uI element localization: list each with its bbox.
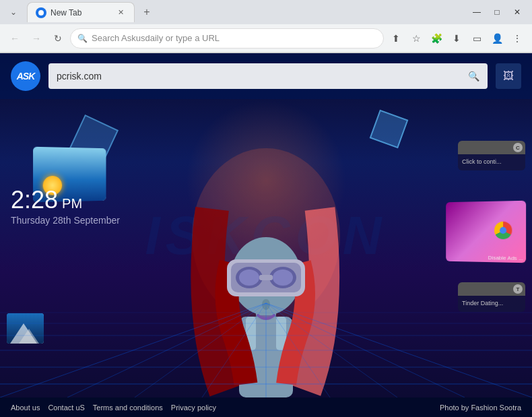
maximize-button[interactable]: □ <box>488 3 506 22</box>
footer-links: About us Contact uS Terms and conditions… <box>11 404 216 412</box>
browser-chrome: ⌄ New Tab ✕ + — □ ✕ ← → ↻ 🔍 Search Askus… <box>0 0 532 53</box>
ask-image-button[interactable]: 🖼 <box>496 63 521 89</box>
new-tab-button[interactable]: + <box>137 3 156 22</box>
nav-icons: ⬆ ☆ 🧩 ⬇ ▭ 👤 ⋮ <box>387 29 527 48</box>
tab-favicon <box>36 7 46 18</box>
menu-icon[interactable]: ⋮ <box>508 29 527 48</box>
ask-bar: ASK pcrisk.com 🔍 🖼 <box>0 53 532 99</box>
tab-label: New Tab <box>51 8 111 18</box>
address-bar[interactable]: 🔍 Search Askusdaily or type a URL <box>70 28 384 49</box>
tab-close-button[interactable]: ✕ <box>115 7 126 18</box>
photo-credit: Photo by Fashion Sootra <box>440 404 521 412</box>
contact-us-link[interactable]: Contact uS <box>48 404 84 412</box>
address-text: Search Askusdaily or type a URL <box>92 33 372 43</box>
panel-circle-t: T <box>513 284 523 294</box>
diamond-shape-right <box>370 110 409 149</box>
disable-ads-label: Disable Ads ... <box>486 253 526 263</box>
close-button[interactable]: ✕ <box>508 3 527 22</box>
panel-content-1: Click to conti... <box>458 154 525 170</box>
lock-icon: 🔍 <box>77 34 88 43</box>
time-period: PM <box>62 196 82 212</box>
ask-search-bar[interactable]: pcrisk.com 🔍 <box>48 63 488 89</box>
time-value: 2:28 <box>11 188 58 212</box>
panel-circle-c: C <box>513 143 523 152</box>
extension-icon[interactable]: 🧩 <box>427 29 446 48</box>
minimize-button[interactable]: — <box>467 3 486 22</box>
panel-label-1: Click to conti... <box>461 157 523 168</box>
ask-search-icon: 🔍 <box>468 71 479 82</box>
devices-icon[interactable]: ▭ <box>467 29 486 48</box>
terms-link[interactable]: Terms and conditions <box>93 404 163 412</box>
download-icon[interactable]: ⬇ <box>447 29 466 48</box>
nav-bar: ← → ↻ 🔍 Search Askusdaily or type a URL … <box>0 24 532 53</box>
chevron-down-icon[interactable]: ⌄ <box>5 4 22 20</box>
reload-button[interactable]: ↻ <box>48 29 67 48</box>
title-bar-left: ⌄ New Tab ✕ + <box>5 2 156 22</box>
ask-search-input: pcrisk.com <box>57 71 463 82</box>
grid-floor <box>0 263 532 397</box>
panel-header-1: C <box>458 141 525 154</box>
share-icon[interactable]: ⬆ <box>387 29 405 48</box>
title-bar: ⌄ New Tab ✕ + — □ ✕ <box>0 0 532 24</box>
privacy-link[interactable]: Privacy policy <box>171 404 216 412</box>
about-us-link[interactable]: About us <box>11 404 40 412</box>
date-value: Thursday 28th September <box>11 215 120 226</box>
tinder-dating-panel[interactable]: T Tinder Dating... <box>458 282 525 312</box>
forward-button[interactable]: → <box>27 29 46 48</box>
click-to-continue-panel[interactable]: C Click to conti... <box>458 141 525 170</box>
panel-content-3: Tinder Dating... <box>458 296 525 312</box>
title-bar-right: — □ ✕ <box>467 3 527 22</box>
back-button[interactable]: ← <box>5 29 24 48</box>
panel-label-3: Tinder Dating... <box>461 298 523 309</box>
active-tab[interactable]: New Tab ✕ <box>27 2 135 22</box>
page-footer: About us Contact uS Terms and conditions… <box>0 397 532 417</box>
page-content: ISKCON <box>0 53 532 417</box>
chrome-badge <box>494 222 512 239</box>
panel-header-3: T <box>458 282 525 296</box>
bookmark-icon[interactable]: ☆ <box>407 29 426 48</box>
disable-ads-panel[interactable]: Disable Ads ... <box>446 201 526 263</box>
ask-logo[interactable]: ASK <box>11 61 40 91</box>
time-display: 2:28 PM Thursday 28th September <box>11 188 120 226</box>
account-icon[interactable]: 👤 <box>488 29 506 48</box>
